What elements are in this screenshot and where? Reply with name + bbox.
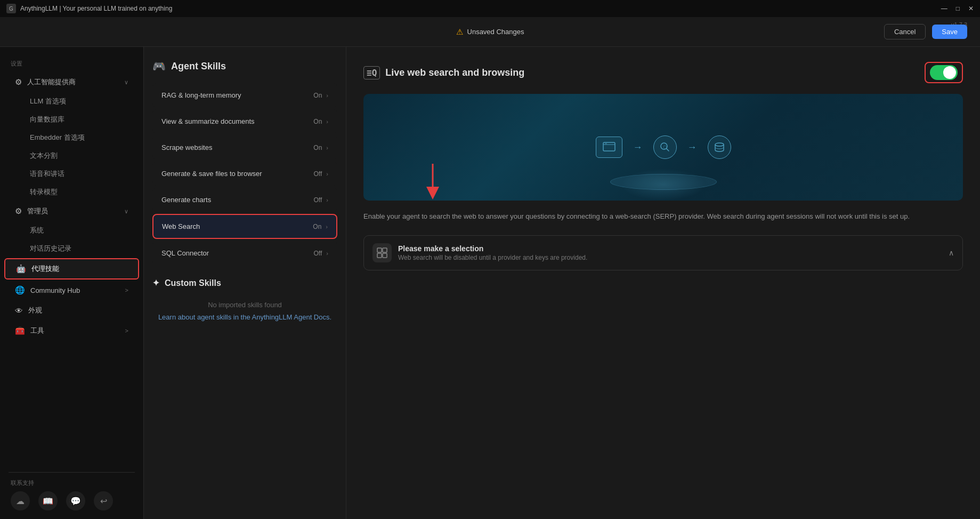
browser-icon xyxy=(596,137,622,158)
agent-skills-icon: 🎮 xyxy=(152,60,166,73)
support-icon-4[interactable]: ↩ xyxy=(94,491,113,510)
skill-label: RAG & long-term memory xyxy=(161,91,313,99)
provider-name: Please make a selection xyxy=(398,244,942,253)
sidebar-divider xyxy=(9,472,135,473)
sidebar-item-community-hub[interactable]: 🌐 Community Hub > xyxy=(4,281,139,300)
support-icon-3[interactable]: 💬 xyxy=(66,491,85,510)
skill-status: On xyxy=(313,223,321,230)
svg-rect-10 xyxy=(383,253,387,258)
agent-skills-label: Agent Skills xyxy=(171,61,226,72)
titlebar: G AnythingLLM | Your personal LLM traine… xyxy=(0,0,980,17)
globe-icon: 🌐 xyxy=(15,285,25,295)
skill-sql[interactable]: SQL Connector Off › xyxy=(152,241,337,265)
sidebar-footer: 联系支持 ☁ 📖 💬 ↩ xyxy=(0,466,143,510)
skill-view-docs[interactable]: View & summarize documents On › xyxy=(152,109,337,133)
svg-point-6 xyxy=(715,143,724,146)
sidebar-item-label: 工具 xyxy=(30,326,120,336)
app-logo: G xyxy=(6,4,16,13)
toggle-container xyxy=(925,62,963,83)
window-controls[interactable]: — □ ✕ xyxy=(941,5,974,12)
tools-icon: 🧰 xyxy=(15,326,25,336)
sidebar-item-vector-db[interactable]: 向量数据库 xyxy=(4,111,139,128)
save-button[interactable]: Save xyxy=(932,25,967,39)
provider-select[interactable]: Please make a selection Web search will … xyxy=(363,235,963,270)
topbar-actions: Cancel Save xyxy=(884,24,967,39)
sidebar-item-label: 代理技能 xyxy=(31,264,127,274)
sidebar-item-appearance[interactable]: 👁 外观 xyxy=(4,301,139,320)
detail-description: Enable your agent to search the web to a… xyxy=(363,211,963,222)
sidebar-item-text-split[interactable]: 文本分割 xyxy=(4,147,139,164)
skills-panel: 🎮 Agent Skills RAG & long-term memory On… xyxy=(144,47,346,519)
sidebar-item-transcription[interactable]: 转录模型 xyxy=(4,183,139,201)
skill-generate-files[interactable]: Generate & save files to browser Off › xyxy=(152,162,337,186)
custom-skills-label: Custom Skills xyxy=(165,278,221,288)
provider-info: Please make a selection Web search will … xyxy=(398,244,942,261)
skill-web-search[interactable]: Web Search On › xyxy=(152,214,337,239)
chevron-down-icon: ∨ xyxy=(124,208,128,215)
provider-desc: Web search will be disabled until a prov… xyxy=(398,254,942,261)
skills-docs-link[interactable]: Learn about agent skills in the Anything… xyxy=(152,313,337,321)
minimize-button[interactable]: — xyxy=(941,5,947,12)
preview-image: → → xyxy=(363,94,963,201)
skill-status: Off xyxy=(314,250,322,257)
preview-step-2 xyxy=(653,135,677,159)
chevron-up-icon: ∧ xyxy=(949,249,954,257)
cancel-button[interactable]: Cancel xyxy=(884,24,926,39)
sidebar-item-tools[interactable]: 🧰 工具 > xyxy=(4,321,139,340)
warning-icon: ⚠ xyxy=(456,27,463,37)
live-web-search-toggle[interactable] xyxy=(930,65,958,80)
sidebar-item-agent-skills[interactable]: 🤖 代理技能 xyxy=(4,258,139,280)
skill-status: On xyxy=(313,144,322,151)
unsaved-notice: ⚠ Unsaved Changes xyxy=(456,27,524,37)
preview-diagram: → → xyxy=(596,135,731,159)
skill-status: Off xyxy=(314,196,322,204)
sidebar-item-voice[interactable]: 语音和讲话 xyxy=(4,165,139,182)
sidebar-item-embedder[interactable]: Embedder 首选项 xyxy=(4,129,139,146)
sidebar-item-label: 人工智能提供商 xyxy=(27,77,119,87)
search-icon xyxy=(653,135,677,159)
maximize-button[interactable]: □ xyxy=(956,5,960,12)
skill-charts[interactable]: Generate charts Off › xyxy=(152,188,337,212)
skill-status: On xyxy=(313,92,322,99)
gear-icon: ⚙ xyxy=(15,206,22,216)
sidebar-item-ai-provider[interactable]: ⚙ 人工智能提供商 ∨ xyxy=(4,73,139,92)
sidebar-item-admin[interactable]: ⚙ 管理员 ∨ xyxy=(4,202,139,221)
skill-label: Generate charts xyxy=(161,196,314,204)
provider-header[interactable]: Please make a selection Web search will … xyxy=(364,236,962,270)
agent-skills-title: 🎮 Agent Skills xyxy=(152,60,337,73)
support-icon-2[interactable]: 📖 xyxy=(38,491,58,510)
detail-header: ≡Q Live web search and browsing xyxy=(363,62,963,83)
chevron-right-icon: › xyxy=(326,92,328,99)
svg-rect-7 xyxy=(377,248,382,252)
unsaved-label: Unsaved Changes xyxy=(467,28,524,36)
sidebar-item-llm-pref[interactable]: LLM 首选项 xyxy=(4,93,139,110)
skill-label: Web Search xyxy=(162,222,313,230)
search-browse-icon: ≡Q xyxy=(363,66,380,79)
sidebar-item-chat-history[interactable]: 对话历史记录 xyxy=(4,240,139,257)
gear-icon: ⚙ xyxy=(15,77,22,87)
sidebar-item-system[interactable]: 系统 xyxy=(4,222,139,239)
chevron-right-icon: › xyxy=(326,197,328,203)
settings-section-label: 设置 xyxy=(0,60,143,68)
support-icon-1[interactable]: ☁ xyxy=(11,491,30,510)
skill-scrape[interactable]: Scrape websites On › xyxy=(152,135,337,159)
chevron-right-icon: › xyxy=(326,118,328,125)
skill-label: SQL Connector xyxy=(161,249,314,257)
robot-icon: 🤖 xyxy=(16,264,26,274)
topbar: v1.7.3 ⚠ Unsaved Changes Cancel Save xyxy=(0,17,980,47)
app-title: AnythingLLM | Your personal LLM trained … xyxy=(20,5,172,12)
svg-rect-8 xyxy=(383,248,387,252)
skill-rag[interactable]: RAG & long-term memory On › xyxy=(152,83,337,107)
preview-step-3 xyxy=(708,135,731,159)
svg-point-5 xyxy=(663,146,667,149)
custom-skills-title: ✦ Custom Skills xyxy=(152,278,337,288)
main-content: 🎮 Agent Skills RAG & long-term memory On… xyxy=(144,47,980,519)
footer-icons: ☁ 📖 💬 ↩ xyxy=(0,491,143,510)
support-label: 联系支持 xyxy=(0,479,143,487)
chevron-right-icon: › xyxy=(326,171,328,177)
close-button[interactable]: ✕ xyxy=(968,5,974,12)
skill-status: Off xyxy=(314,170,322,178)
platform-disc xyxy=(610,174,717,190)
svg-line-4 xyxy=(666,149,669,151)
detail-title: ≡Q Live web search and browsing xyxy=(363,66,524,79)
